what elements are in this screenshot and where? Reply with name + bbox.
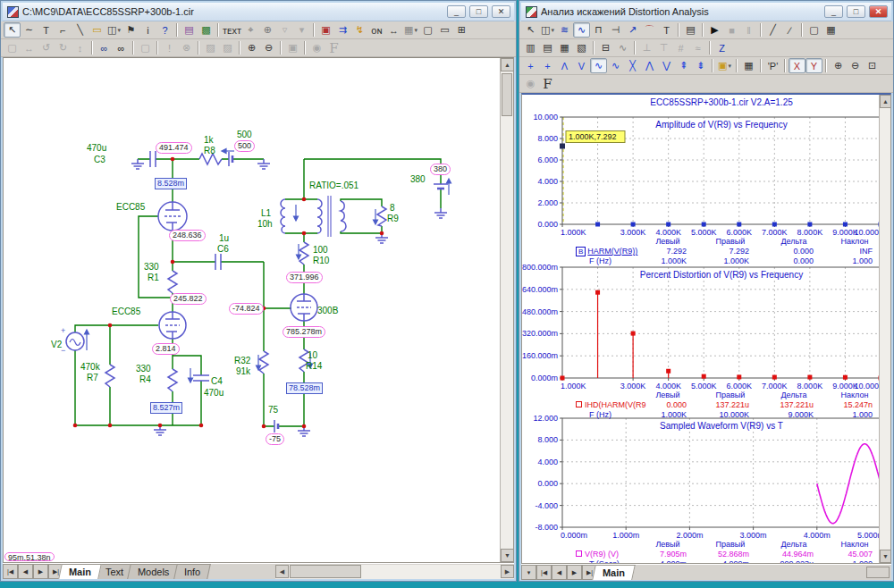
legend-series-name[interactable]: IHD(HARM(V(R9 — [576, 400, 585, 409]
border-toggle-button[interactable]: ▢ — [419, 22, 436, 38]
text-display-toggle-button[interactable]: ᴛᴇxᴛ — [222, 22, 242, 38]
zoom-out-button[interactable]: ⊖ — [847, 58, 864, 73]
wire-wave-tool-button[interactable]: ∼ — [21, 22, 38, 38]
pin-connections-toggle-button[interactable]: ↔ — [385, 22, 402, 38]
shape-menu-button[interactable]: ◫▾ — [105, 22, 122, 38]
text-tool-button[interactable]: T — [658, 22, 675, 38]
valley-icon[interactable]: V — [573, 58, 590, 73]
tab-info[interactable]: Info — [173, 564, 211, 579]
component-tool-button[interactable]: ▭ — [89, 22, 105, 38]
plot-hscroll-thumb[interactable] — [866, 567, 890, 578]
ortho-wire-tool-button[interactable]: ⌐ — [55, 22, 72, 38]
schematic-drawing[interactable]: 470u C3 1k R8 500 ECC85 1u C6 330 R1 ECC… — [4, 58, 501, 562]
clipboard-tool-button[interactable]: ▤ — [181, 22, 198, 38]
picture-tool-button[interactable]: ▩ — [198, 22, 215, 38]
current-display-toggle-button[interactable]: ⇉ — [334, 22, 351, 38]
node-numbers-toggle-button[interactable]: ▣ — [317, 22, 334, 38]
run-button[interactable]: ▶ — [706, 22, 723, 38]
tab-first-button[interactable]: |◀ — [3, 564, 18, 579]
schematic-canvas[interactable]: 470u C3 1k R8 500 ECC85 1u C6 330 R1 ECC… — [3, 57, 514, 563]
tab-main[interactable]: Main — [592, 565, 636, 580]
tab-next-button[interactable]: ▶ — [33, 564, 48, 579]
zoom-box-button[interactable]: ⊡ — [864, 58, 881, 73]
y-cursor-toggle-button[interactable]: Y — [805, 58, 822, 73]
close-button[interactable]: ✕ — [869, 5, 888, 18]
schematic-hscrollbar[interactable]: ◀ ▶ — [275, 565, 514, 579]
power-button[interactable]: 'P' — [764, 58, 781, 73]
graphics-menu-button[interactable]: ◫▾ — [539, 22, 556, 38]
select-tool-button[interactable]: ↖ — [522, 22, 539, 38]
restore-button[interactable]: □ — [847, 5, 865, 18]
tab-prev-button[interactable]: ◀ — [552, 565, 567, 580]
point-tag-button[interactable]: ↗ — [624, 22, 641, 38]
plot-area[interactable]: ECC85SSRP+300b-1.cir V2.A=1.25 10.0008.0… — [521, 93, 891, 564]
top-icon[interactable]: ⋀ — [641, 58, 658, 73]
legend-series-name[interactable]: V(R9) (V) — [576, 550, 585, 559]
properties-button[interactable]: ▤ — [682, 22, 699, 38]
help-tool-button[interactable]: ? — [156, 22, 173, 38]
select-tool-button[interactable]: ↖ — [4, 22, 21, 38]
legend-series-name[interactable]: BHARM(V(R9)) — [576, 247, 587, 256]
power-display-toggle-button[interactable]: ↯ — [351, 22, 368, 38]
charts-container[interactable]: 10.0008.0006.0004.0002.0000.0001.000K3.0… — [522, 95, 890, 564]
bottom-icon[interactable]: ⋁ — [658, 58, 675, 73]
tab-models[interactable]: Models — [127, 564, 180, 579]
high-icon[interactable]: ∿ — [590, 58, 607, 73]
scope-button[interactable]: Z — [713, 40, 730, 55]
select-box-mode-button[interactable]: ▢ — [805, 22, 822, 38]
tangent-tool-button[interactable]: ∕ — [781, 22, 798, 38]
find-component-button[interactable]: ∞ — [96, 40, 113, 55]
panel-layout-1-button[interactable]: ▥ — [522, 40, 539, 55]
global-low-icon[interactable]: ⇟ — [692, 58, 709, 73]
diag-line-tool-button[interactable]: ╲ — [72, 22, 89, 38]
scale-mode-button[interactable]: ≋ — [556, 22, 573, 38]
tab-prev-button[interactable]: ◀ — [18, 564, 33, 579]
minimize-button[interactable]: _ — [447, 5, 466, 18]
measure-horizontal-button[interactable]: ⊓ — [590, 22, 607, 38]
low-icon[interactable]: ∿ — [607, 58, 624, 73]
trim-waveform-button[interactable]: ∿ — [614, 40, 631, 55]
text-tool-button[interactable]: T — [38, 22, 55, 38]
color-menu-button[interactable]: ▣▾ — [716, 58, 733, 73]
data-point-mode-button[interactable]: ▦ — [822, 22, 839, 38]
charts-svg[interactable]: 10.0008.0006.0004.0002.0000.0001.000K3.0… — [522, 95, 883, 564]
panel-layout-3-button[interactable]: ▦ — [556, 40, 573, 55]
tab-first-button[interactable]: |◀ — [536, 565, 552, 580]
node-display-toggle-button[interactable]: ⊕ — [259, 22, 276, 38]
zoom-in-button[interactable]: ⊕ — [830, 58, 847, 73]
peak-icon[interactable]: Λ — [556, 58, 573, 73]
zoom-in-button[interactable]: ⊕ — [243, 40, 260, 55]
schematic-titlebar[interactable]: C:\MC9\DATA\ECC85SSRP+300b-1.cir _ □ ✕ — [3, 3, 514, 21]
flag-tool-button[interactable]: ⚑ — [122, 22, 139, 38]
next-branch-button[interactable]: + — [522, 58, 539, 73]
schematic-vscrollbar[interactable]: ▲ ▼ — [500, 58, 513, 562]
measure-vertical-button[interactable]: ⊣ — [607, 22, 624, 38]
analysis-titlebar[interactable]: Анализ искажений Distortion Analysis _ □… — [521, 3, 891, 21]
grid-menu-button[interactable]: ▦▾ — [402, 22, 419, 38]
prev-branch-button[interactable]: + — [539, 58, 556, 73]
zoom-out-button[interactable]: ⊖ — [260, 40, 277, 55]
title-block-toggle-button[interactable]: ▭ — [436, 22, 453, 38]
condition-display-toggle-button[interactable]: ᴏɴ — [368, 22, 385, 38]
find-button[interactable]: ∞ — [113, 40, 130, 55]
inflection-icon[interactable]: ╳ — [624, 58, 641, 73]
pin-display-toggle-button[interactable]: ⌖ — [242, 22, 259, 38]
slope-tool-button[interactable]: ╱ — [764, 22, 781, 38]
global-high-icon[interactable]: ⇞ — [675, 58, 692, 73]
plot-vscrollbar[interactable]: ▲ ▼ — [879, 95, 890, 563]
tab-next-button[interactable]: ▶ — [567, 565, 582, 580]
curve-tag-button[interactable]: ⌒ — [641, 22, 658, 38]
single-plot-button[interactable]: ⊟ — [597, 40, 614, 55]
cursor-mode-button[interactable]: ∿ — [573, 22, 590, 38]
panel-layout-4-button[interactable]: ▧ — [573, 40, 590, 55]
font-button[interactable]: F — [539, 76, 556, 91]
info-tool-button[interactable]: i — [139, 22, 156, 38]
minimize-button[interactable]: _ — [824, 5, 843, 18]
close-button[interactable]: ✕ — [492, 5, 510, 18]
page-dropdown-button[interactable]: ▾ — [521, 565, 536, 580]
numeric-output-button[interactable]: ▦ — [740, 58, 757, 73]
tab-main[interactable]: Main — [58, 564, 102, 579]
properties-button[interactable]: ⊞ — [453, 22, 470, 38]
restore-button[interactable]: □ — [469, 5, 488, 18]
panel-layout-2-button[interactable]: ▤ — [539, 40, 556, 55]
